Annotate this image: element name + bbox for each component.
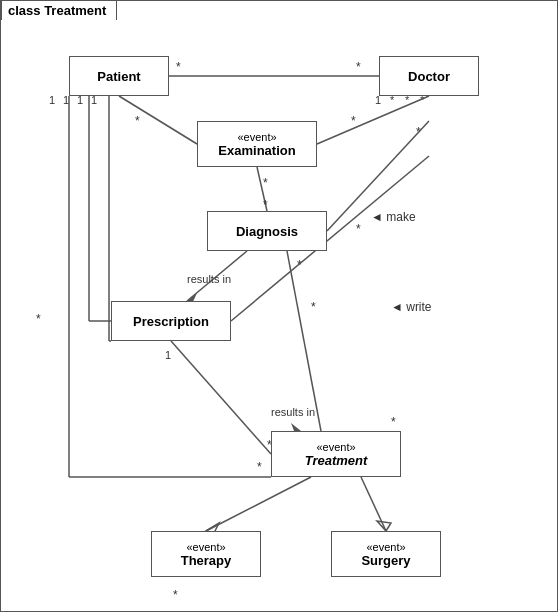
diagnosis-box: Diagnosis: [207, 211, 327, 251]
diagram-container: class Treatment * * 1 1 1 1 1 * * * * * …: [0, 0, 558, 612]
treatment-stereotype: «event»: [316, 441, 355, 453]
svg-text:*: *: [356, 60, 361, 74]
svg-line-45: [361, 477, 386, 531]
treatment-box: «event» Treatment: [271, 431, 401, 477]
svg-text:results in: results in: [187, 273, 231, 285]
svg-text:*: *: [311, 300, 316, 314]
svg-text:◄ write: ◄ write: [391, 300, 432, 314]
svg-text:*: *: [356, 222, 361, 236]
svg-marker-46: [377, 521, 391, 531]
svg-line-15: [257, 167, 267, 211]
svg-text:1: 1: [49, 94, 55, 106]
svg-text:*: *: [416, 125, 421, 139]
svg-line-11: [119, 96, 197, 144]
prescription-label: Prescription: [133, 314, 209, 329]
svg-line-13: [317, 96, 429, 144]
svg-line-43: [206, 477, 311, 531]
svg-text:1: 1: [165, 349, 171, 361]
prescription-box: Prescription: [111, 301, 231, 341]
svg-line-35: [171, 341, 271, 454]
svg-text:*: *: [257, 460, 262, 474]
therapy-box: «event» Therapy: [151, 531, 261, 577]
examination-stereotype: «event»: [237, 131, 276, 143]
svg-text:*: *: [263, 198, 268, 212]
svg-text:*: *: [176, 60, 181, 74]
diagnosis-label: Diagnosis: [236, 224, 298, 239]
svg-text:*: *: [135, 114, 140, 128]
tab-label: class Treatment: [1, 0, 117, 20]
doctor-label: Doctor: [408, 69, 450, 84]
svg-text:*: *: [173, 588, 178, 602]
doctor-box: Doctor: [379, 56, 479, 96]
svg-text:*: *: [351, 114, 356, 128]
svg-line-33: [287, 251, 321, 431]
svg-line-30: [187, 251, 247, 301]
svg-text:◄ make: ◄ make: [371, 210, 416, 224]
surgery-label: Surgery: [361, 553, 410, 568]
svg-line-18: [327, 121, 429, 231]
examination-label: Examination: [218, 143, 295, 158]
therapy-label: Therapy: [181, 553, 232, 568]
treatment-label: Treatment: [305, 453, 368, 468]
surgery-stereotype: «event»: [366, 541, 405, 553]
svg-text:*: *: [263, 176, 268, 190]
surgery-box: «event» Surgery: [331, 531, 441, 577]
therapy-stereotype: «event»: [186, 541, 225, 553]
patient-box: Patient: [69, 56, 169, 96]
svg-text:*: *: [391, 415, 396, 429]
examination-box: «event» Examination: [197, 121, 317, 167]
svg-text:results in: results in: [271, 406, 315, 418]
svg-text:*: *: [36, 312, 41, 326]
patient-label: Patient: [97, 69, 140, 84]
svg-text:*: *: [297, 258, 302, 272]
